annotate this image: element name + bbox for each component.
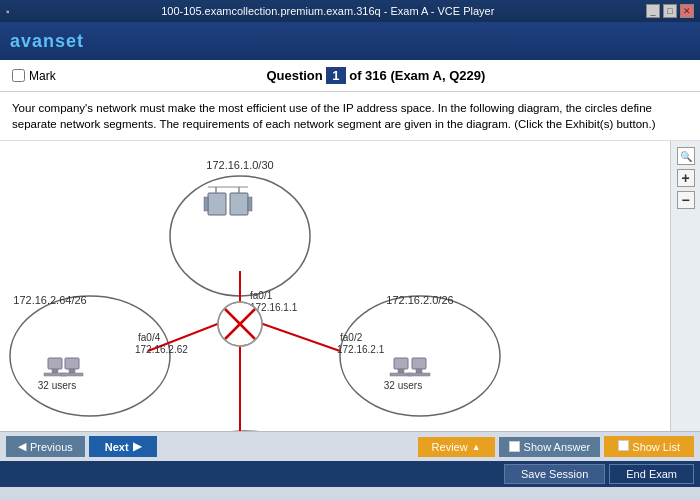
svg-text:32 users: 32 users — [384, 380, 422, 391]
show-list-checkbox — [618, 440, 629, 451]
question-body: Your company's network must make the mos… — [12, 102, 655, 130]
question-number: 1 — [326, 67, 345, 84]
prev-label: Previous — [30, 441, 73, 453]
mark-container[interactable]: Mark — [12, 69, 56, 83]
question-total: of 316 (Exam A, Q229) — [349, 68, 485, 83]
bottom-toolbar: ◀ Previous Next ▶ Review ▲ Show Answer S… — [0, 431, 700, 461]
question-label: Question — [266, 68, 326, 83]
logo-bar: avanset — [0, 22, 700, 60]
svg-point-1 — [10, 296, 170, 416]
next-button[interactable]: Next ▶ — [89, 436, 157, 457]
svg-rect-12 — [248, 197, 252, 211]
svg-text:172.16.2.62: 172.16.2.62 — [135, 344, 188, 355]
previous-button[interactable]: ◀ Previous — [6, 436, 85, 457]
diagram-area: 172.16.1.0/30 fa0/1 172.16.1.1 172.16.2.… — [0, 141, 630, 431]
svg-point-2 — [340, 296, 500, 416]
show-list-button[interactable]: Show List — [604, 436, 694, 457]
logo: avanset — [10, 31, 84, 52]
svg-text:fa0/4: fa0/4 — [138, 332, 161, 343]
svg-text:172.16.2.0/26: 172.16.2.0/26 — [386, 294, 453, 306]
zoom-in-button[interactable]: + — [677, 169, 695, 187]
close-button[interactable]: ✕ — [680, 4, 694, 18]
end-exam-button[interactable]: End Exam — [609, 464, 694, 484]
prev-arrow-icon: ◀ — [18, 440, 26, 453]
action-bar: Save Session End Exam — [0, 461, 700, 487]
review-button[interactable]: Review ▲ — [418, 437, 495, 457]
next-arrow-icon: ▶ — [133, 440, 141, 453]
svg-line-6 — [260, 323, 340, 351]
show-answer-button[interactable]: Show Answer — [499, 437, 601, 457]
title-bar-title: 100-105.examcollection.premium.exam.316q… — [10, 5, 646, 17]
zoom-out-button[interactable]: − — [677, 191, 695, 209]
question-info: Question 1 of 316 (Exam A, Q229) — [64, 67, 688, 84]
svg-rect-30 — [61, 373, 83, 376]
svg-rect-25 — [48, 358, 62, 369]
logo-text-a: avan — [10, 31, 55, 51]
logo-text-b: set — [55, 31, 84, 51]
svg-rect-10 — [204, 197, 208, 211]
review-arrow-icon: ▲ — [472, 442, 481, 452]
network-diagram: 172.16.1.0/30 fa0/1 172.16.1.1 172.16.2.… — [0, 141, 630, 431]
svg-rect-9 — [208, 193, 226, 215]
title-bar: ▪ 100-105.examcollection.premium.exam.31… — [0, 0, 700, 22]
svg-rect-38 — [412, 358, 426, 369]
svg-rect-40 — [408, 373, 430, 376]
svg-rect-36 — [398, 369, 404, 373]
svg-text:32 users: 32 users — [38, 380, 76, 391]
next-label: Next — [105, 441, 129, 453]
mark-label: Mark — [29, 69, 56, 83]
main-content: 172.16.1.0/30 fa0/1 172.16.1.1 172.16.2.… — [0, 141, 700, 431]
save-session-button[interactable]: Save Session — [504, 464, 605, 484]
svg-text:fa0/2: fa0/2 — [340, 332, 363, 343]
svg-rect-28 — [65, 358, 79, 369]
show-answer-label: Show Answer — [524, 441, 591, 453]
question-header: Mark Question 1 of 316 (Exam A, Q229) — [0, 60, 700, 92]
svg-text:172.16.2.1: 172.16.2.1 — [337, 344, 385, 355]
show-answer-checkbox — [509, 441, 520, 452]
svg-rect-11 — [230, 193, 248, 215]
svg-text:fa0/1: fa0/1 — [250, 290, 273, 301]
sidebar-zoom: 🔍 + − — [670, 141, 700, 431]
svg-text:172.16.1.0/30: 172.16.1.0/30 — [206, 159, 273, 171]
svg-rect-26 — [52, 369, 58, 373]
svg-rect-39 — [416, 369, 422, 373]
question-text: Your company's network must make the mos… — [0, 92, 700, 141]
minimize-button[interactable]: _ — [646, 4, 660, 18]
show-list-label: Show List — [632, 441, 680, 453]
title-bar-controls[interactable]: _ □ ✕ — [646, 4, 694, 18]
zoom-search-icon[interactable]: 🔍 — [677, 147, 695, 165]
mark-checkbox[interactable] — [12, 69, 25, 82]
svg-rect-29 — [69, 369, 75, 373]
review-label: Review — [432, 441, 468, 453]
maximize-button[interactable]: □ — [663, 4, 677, 18]
svg-text:172.16.2.64/26: 172.16.2.64/26 — [13, 294, 86, 306]
svg-rect-35 — [394, 358, 408, 369]
